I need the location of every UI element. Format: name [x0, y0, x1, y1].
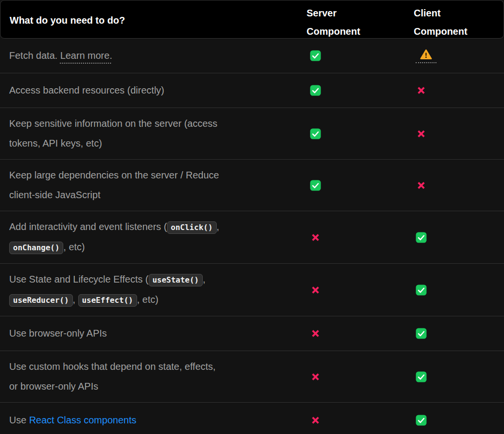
check-icon [416, 371, 427, 382]
task-cell: Keep sensitive information on the server… [0, 114, 298, 153]
task-text: Use State and Lifecycle Effects ( [9, 274, 149, 285]
inline-code: useReducer() [9, 294, 73, 307]
server-component-cell [298, 232, 406, 243]
task-cell: Fetch data. Learn more. [0, 46, 298, 66]
table-row-keep-large-dependencies: Keep large dependencies on the server / … [0, 160, 504, 211]
task-text: Keep large dependencies on the server / … [9, 170, 219, 200]
server-component-cell [298, 328, 406, 339]
inline-code: onClick() [167, 221, 217, 234]
server-component-cell [298, 285, 406, 296]
client-component-cell [406, 49, 504, 63]
cross-icon [310, 371, 321, 382]
warning-icon [420, 49, 432, 60]
client-component-cell [406, 128, 504, 139]
check-icon [310, 85, 321, 96]
column-header-client-component: Client Component [406, 0, 476, 41]
warning-indicator[interactable] [416, 49, 436, 63]
task-cell: Access backend resources (directly) [0, 81, 298, 100]
cross-icon [310, 415, 321, 426]
react-class-components-link[interactable]: React Class components [29, 415, 136, 425]
column-header-task: What do you need to do? [0, 0, 299, 41]
task-text: Use browser-only APIs [9, 328, 107, 339]
server-client-comparison-table: What do you need to do? Server Component… [0, 0, 504, 434]
task-text: , etc) [63, 242, 84, 252]
cross-icon [416, 128, 427, 139]
table-row-use-react-class-components: Use React Class components [0, 403, 504, 434]
server-component-cell [298, 371, 406, 382]
client-component-cell [406, 85, 504, 96]
table-header-row: What do you need to do? Server Component… [0, 0, 504, 39]
task-text: , etc) [137, 294, 158, 305]
cross-icon [310, 285, 321, 296]
check-icon [416, 285, 427, 296]
cross-icon [310, 232, 321, 243]
check-icon [310, 50, 321, 61]
task-text: , [203, 274, 206, 285]
cross-icon [310, 328, 321, 339]
task-cell: Use React Class components [0, 410, 298, 430]
task-text: Fetch data. [9, 50, 60, 61]
check-icon [310, 128, 321, 139]
task-cell: Add interactivity and event listeners (o… [0, 217, 298, 258]
inline-code: useState() [149, 274, 203, 286]
table-body: Fetch data. Learn more. Access backend r… [0, 39, 504, 434]
check-icon [416, 415, 427, 426]
client-component-cell [406, 180, 504, 191]
server-component-cell [298, 85, 406, 96]
task-cell: Keep large dependencies on the server / … [0, 165, 298, 205]
server-component-cell [298, 128, 406, 139]
task-text: , [73, 294, 78, 305]
task-text: Add interactivity and event listeners ( [9, 221, 167, 232]
table-row-use-browser-only-apis: Use browser-only APIs [0, 316, 504, 351]
table-row-fetch-data: Fetch data. Learn more. [0, 39, 504, 73]
cross-icon [416, 85, 427, 96]
task-text: Access backend resources (directly) [9, 85, 164, 95]
table-row-use-state-lifecycle-effects: Use State and Lifecycle Effects (useStat… [0, 264, 504, 316]
table-row-access-backend-resources: Access backend resources (directly) [0, 73, 504, 108]
inline-code: onChange() [9, 242, 63, 254]
check-icon [310, 180, 321, 191]
server-component-cell [298, 415, 406, 426]
check-icon [416, 328, 427, 339]
cross-icon [416, 180, 427, 191]
table-row-add-interactivity: Add interactivity and event listeners (o… [0, 211, 504, 264]
task-text: Keep sensitive information on the server… [9, 118, 217, 149]
inline-code: useEffect() [78, 294, 137, 307]
task-cell: Use State and Lifecycle Effects (useStat… [0, 270, 298, 310]
table-row-use-custom-hooks: Use custom hooks that depend on state, e… [0, 351, 504, 403]
client-component-cell [406, 415, 504, 426]
server-component-cell [298, 50, 406, 61]
client-component-cell [406, 328, 504, 339]
server-component-cell [298, 180, 406, 191]
table-row-keep-sensitive-information: Keep sensitive information on the server… [0, 108, 504, 160]
task-text: Use [9, 415, 29, 425]
client-component-cell [406, 285, 504, 296]
column-header-server-component: Server Component [299, 0, 369, 41]
task-text: , [217, 221, 220, 232]
client-component-cell [406, 371, 504, 382]
learn-more-link[interactable]: Learn more. [60, 50, 112, 61]
task-text: Use custom hooks that depend on state, e… [9, 361, 216, 392]
check-icon [416, 232, 427, 243]
task-cell: Use custom hooks that depend on state, e… [0, 357, 298, 396]
client-component-cell [406, 232, 504, 243]
task-cell: Use browser-only APIs [0, 324, 298, 343]
